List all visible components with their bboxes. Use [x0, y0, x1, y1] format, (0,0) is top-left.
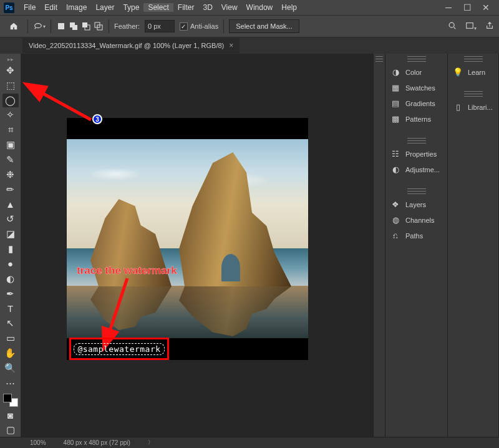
frame-tool[interactable]: ▣: [2, 138, 19, 152]
path-selection-tool[interactable]: ↖: [2, 316, 19, 330]
menu-3d[interactable]: 3D: [198, 3, 216, 12]
menu-image[interactable]: Image: [62, 3, 91, 12]
type-tool[interactable]: T: [2, 302, 19, 316]
app-logo-icon: Ps: [4, 2, 14, 13]
quick-mask-tool[interactable]: ◙: [2, 408, 19, 422]
learn-icon: 💡: [453, 67, 463, 77]
menu-file[interactable]: File: [19, 3, 40, 12]
close-button[interactable]: ✕: [477, 2, 495, 12]
swatches-icon: ▦: [390, 83, 400, 93]
channels-panel[interactable]: ◍Channels: [385, 212, 447, 228]
history-brush-tool[interactable]: ↺: [2, 212, 19, 226]
menu-select[interactable]: Select: [143, 3, 173, 12]
adjustments-icon: ◐: [390, 165, 400, 175]
menu-edit[interactable]: Edit: [40, 3, 62, 12]
status-bar: 100% 480 px x 480 px (72 ppi) 〉: [0, 437, 499, 448]
libraries-panel[interactable]: ▯Librari...: [448, 99, 498, 115]
panel-group-handle[interactable]: [464, 91, 483, 97]
menu-help[interactable]: Help: [277, 3, 301, 12]
feather-label: Feather:: [114, 22, 140, 30]
svg-point-0: [34, 24, 41, 28]
status-chevron-icon[interactable]: 〉: [148, 439, 153, 447]
zoom-tool[interactable]: 🔍: [2, 361, 19, 375]
document-dimensions: 480 px x 480 px (72 ppi): [64, 439, 130, 446]
patterns-icon: ▩: [390, 114, 400, 124]
step-number-badge: 3: [92, 114, 102, 124]
layers-panel[interactable]: ❖Layers: [385, 197, 447, 212]
adjustments-panel[interactable]: ◐Adjustme...: [385, 162, 447, 177]
panel-dock-strip[interactable]: [373, 54, 385, 437]
properties-panel[interactable]: ☷Properties: [385, 146, 447, 162]
svg-rect-1: [58, 23, 64, 29]
svg-point-8: [449, 22, 454, 27]
eyedropper-tool[interactable]: ✎: [2, 153, 19, 167]
search-icon[interactable]: [448, 21, 457, 31]
hand-tool[interactable]: ✋: [2, 346, 19, 360]
layers-icon: ❖: [390, 200, 400, 210]
intersect-selection-icon[interactable]: [94, 21, 104, 31]
swatches-panel[interactable]: ▦Swatches: [385, 80, 447, 95]
menu-window[interactable]: Window: [242, 3, 278, 12]
maximize-button[interactable]: ☐: [458, 2, 477, 12]
pen-tool[interactable]: ✒: [2, 287, 19, 301]
rectangle-tool[interactable]: ▭: [2, 331, 19, 345]
panel-group-handle[interactable]: [464, 56, 483, 62]
canvas[interactable]: 3 trace the watermark @samplewatermark: [21, 54, 373, 437]
learn-panel[interactable]: 💡Learn: [448, 64, 498, 80]
lasso-tool[interactable]: ◯: [2, 94, 19, 107]
feather-input[interactable]: [145, 20, 175, 32]
document-tab[interactable]: Video_220520113334_Watermark.gif @ 100% …: [22, 38, 240, 53]
gradients-panel[interactable]: ▤Gradients: [385, 95, 447, 111]
watermark-selection-highlight: @samplewatermark: [69, 338, 169, 360]
move-tool[interactable]: ✥: [2, 64, 19, 77]
more-tools[interactable]: ⋯: [2, 376, 19, 390]
panel-group-handle[interactable]: [407, 56, 426, 62]
magic-wand-tool[interactable]: ✧: [2, 109, 19, 122]
svg-rect-9: [467, 23, 473, 29]
menu-filter[interactable]: Filter: [173, 3, 199, 12]
select-and-mask-button[interactable]: Select and Mask...: [229, 19, 299, 33]
home-button[interactable]: [5, 19, 22, 34]
checkmark-icon: ✓: [180, 22, 188, 31]
color-icon: ◑: [390, 67, 400, 77]
antialias-label: Anti-alias: [190, 22, 218, 30]
panel-column-b: 💡Learn ▯Librari...: [448, 54, 499, 437]
crop-tool[interactable]: ⌗: [2, 123, 19, 137]
close-tab-icon[interactable]: ×: [229, 41, 233, 50]
gradient-tool[interactable]: ▮: [2, 242, 19, 256]
color-panel[interactable]: ◑Color: [385, 64, 447, 80]
paths-icon: ⎌: [390, 231, 400, 241]
menu-type[interactable]: Type: [119, 3, 143, 12]
panel-group-handle[interactable]: [407, 138, 426, 144]
brush-tool[interactable]: ✏: [2, 183, 19, 197]
share-icon[interactable]: [485, 21, 494, 31]
blur-tool[interactable]: ●: [2, 257, 19, 271]
patterns-panel[interactable]: ▩Patterns: [385, 111, 447, 127]
marquee-tool[interactable]: ⬚: [2, 79, 19, 92]
minimize-button[interactable]: ─: [439, 2, 458, 12]
menu-layer[interactable]: Layer: [91, 3, 119, 12]
antialias-checkbox[interactable]: ✓ Anti-alias: [180, 22, 218, 31]
zoom-level[interactable]: 100%: [30, 439, 46, 446]
healing-brush-tool[interactable]: ❉: [2, 168, 19, 182]
libraries-icon: ▯: [453, 102, 463, 112]
foreground-color-swatch[interactable]: [3, 394, 12, 402]
new-selection-icon[interactable]: [56, 21, 66, 31]
clone-stamp-tool[interactable]: ▲: [2, 198, 19, 212]
svg-line-10: [39, 91, 91, 120]
home-icon: [9, 22, 18, 31]
eraser-tool[interactable]: ◪: [2, 227, 19, 241]
menu-view[interactable]: View: [217, 3, 242, 12]
panel-group-handle[interactable]: [407, 188, 426, 194]
watermark-text: @samplewatermark: [74, 343, 164, 355]
workspace-switcher-icon[interactable]: ▾: [465, 21, 477, 31]
paths-panel[interactable]: ⎌Paths: [385, 228, 447, 243]
foreground-background-color[interactable]: [3, 394, 18, 407]
dodge-tool[interactable]: ◐: [2, 272, 19, 286]
gradients-icon: ▤: [390, 99, 400, 109]
screen-mode-tool[interactable]: ▢: [2, 423, 19, 437]
add-to-selection-icon[interactable]: [69, 21, 79, 31]
lasso-tool-indicator-icon[interactable]: ▾: [33, 20, 46, 32]
subtract-from-selection-icon[interactable]: [81, 21, 91, 31]
svg-rect-3: [72, 25, 77, 30]
